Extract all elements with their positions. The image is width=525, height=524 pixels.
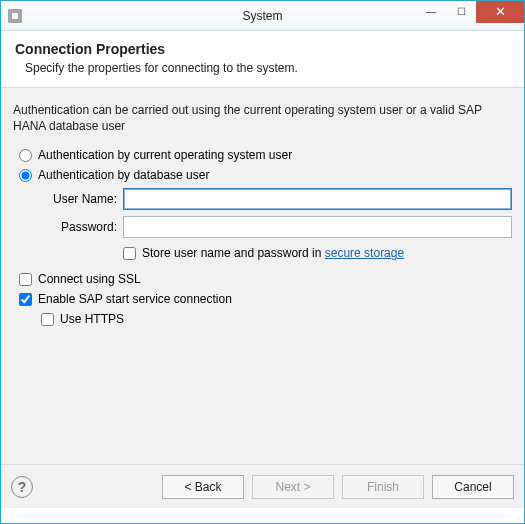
password-row: Password: [47, 216, 512, 238]
dialog-body: Authentication can be carried out using … [1, 88, 524, 508]
https-label: Use HTTPS [60, 312, 124, 326]
auth-os-radio[interactable] [19, 149, 32, 162]
dialog-footer: ? < Back Next > Finish Cancel [1, 464, 524, 508]
https-checkbox[interactable] [41, 313, 54, 326]
cancel-button[interactable]: Cancel [432, 475, 514, 499]
sap-service-row[interactable]: Enable SAP start service connection [19, 292, 512, 306]
password-label: Password: [47, 220, 117, 234]
store-credentials-label: Store user name and password in secure s… [142, 246, 404, 260]
auth-os-label: Authentication by current operating syst… [38, 148, 292, 162]
app-icon [7, 8, 23, 24]
auth-db-row[interactable]: Authentication by database user [19, 168, 512, 182]
auth-db-radio[interactable] [19, 169, 32, 182]
username-input[interactable] [123, 188, 512, 210]
username-row: User Name: [47, 188, 512, 210]
back-button[interactable]: < Back [162, 475, 244, 499]
ssl-checkbox[interactable] [19, 273, 32, 286]
ssl-row[interactable]: Connect using SSL [19, 272, 512, 286]
next-button[interactable]: Next > [252, 475, 334, 499]
ssl-label: Connect using SSL [38, 272, 141, 286]
username-label: User Name: [47, 192, 117, 206]
https-row[interactable]: Use HTTPS [41, 312, 512, 326]
secure-storage-link[interactable]: secure storage [325, 246, 404, 260]
titlebar: System — ☐ ✕ [1, 1, 524, 31]
window-controls: — ☐ ✕ [416, 1, 524, 23]
store-credentials-row: Store user name and password in secure s… [123, 246, 512, 260]
dialog-header: Connection Properties Specify the proper… [1, 31, 524, 88]
page-title: Connection Properties [15, 41, 510, 57]
password-input[interactable] [123, 216, 512, 238]
finish-button[interactable]: Finish [342, 475, 424, 499]
auth-description: Authentication can be carried out using … [13, 102, 512, 134]
maximize-button[interactable]: ☐ [446, 1, 476, 23]
store-credentials-checkbox[interactable] [123, 247, 136, 260]
svg-rect-1 [11, 12, 19, 20]
minimize-button[interactable]: — [416, 1, 446, 23]
auth-os-row[interactable]: Authentication by current operating syst… [19, 148, 512, 162]
help-icon[interactable]: ? [11, 476, 33, 498]
auth-db-label: Authentication by database user [38, 168, 209, 182]
sap-service-label: Enable SAP start service connection [38, 292, 232, 306]
sap-service-checkbox[interactable] [19, 293, 32, 306]
page-subtitle: Specify the properties for connecting to… [25, 61, 510, 75]
close-button[interactable]: ✕ [476, 1, 524, 23]
